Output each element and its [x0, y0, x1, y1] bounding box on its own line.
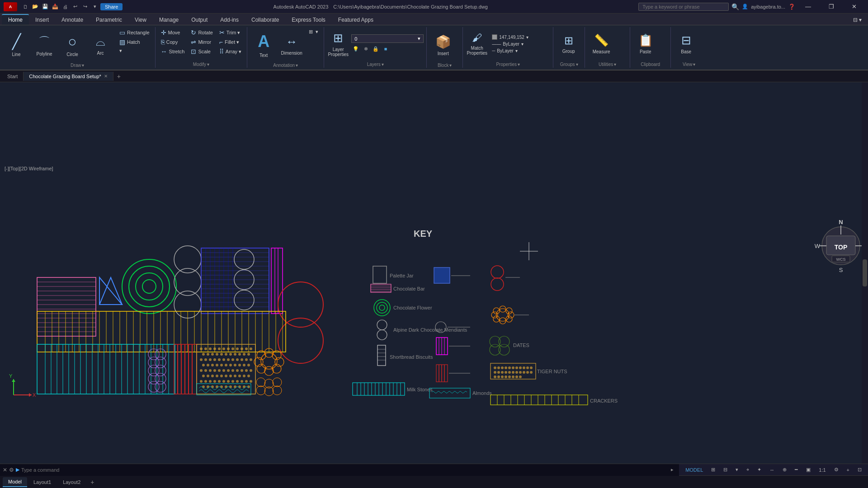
scale-btn[interactable]: 1:1 [815, 466, 829, 474]
base-tool[interactable]: ⊟ Base [674, 28, 698, 60]
tab-output[interactable]: Output [185, 15, 214, 25]
layer-freeze-icon[interactable]: ❄ [361, 44, 370, 53]
polar-btn[interactable]: ⌖ [743, 466, 753, 474]
restore-btn[interactable]: ❐ [821, 0, 841, 14]
layer-lock-icon[interactable]: 🔒 [371, 44, 380, 53]
osnap-btn[interactable]: ✦ [754, 466, 765, 474]
move-tool[interactable]: ✛Move [158, 28, 188, 37]
insert-tool[interactable]: 📦 Insert [429, 28, 457, 62]
otrack-btn[interactable]: ↔ [766, 466, 778, 474]
circle-tool[interactable]: ○ Circle [59, 28, 86, 62]
match-properties-tool[interactable]: 🖌 MatchProperties [466, 28, 488, 60]
measure-tool[interactable]: 📏 Measure [588, 28, 615, 60]
help-btn[interactable]: ❓ [788, 3, 795, 10]
hatch-tool[interactable]: ▨Hatch [117, 38, 152, 47]
undo-btn[interactable]: ↩ [71, 2, 80, 11]
lineweight-arrow[interactable]: ▾ [515, 48, 518, 53]
cmd-end-btn[interactable]: ▸ [668, 467, 676, 473]
properties-group-label[interactable]: Properties ▾ [496, 61, 520, 67]
linetype-arrow[interactable]: ▾ [521, 42, 524, 47]
share-button[interactable]: Share [100, 3, 123, 10]
ortho-btn[interactable]: ▾ [732, 466, 742, 474]
vertical-scrollbar[interactable] [862, 82, 868, 464]
open-file-btn[interactable]: 📂 [31, 2, 40, 11]
annotation-group-label[interactable]: Annotation ▾ [273, 62, 298, 68]
new-layout-btn[interactable]: + [87, 477, 98, 488]
more-draw-btn[interactable]: ▾ [117, 47, 152, 55]
fillet-tool[interactable]: ⌐Fillet ▾ [217, 38, 244, 47]
tab-workspace[interactable]: ⊟ ▾ [847, 15, 868, 25]
array-tool[interactable]: ⠿Array ▾ [217, 47, 244, 56]
tab-layout2[interactable]: Layout2 [57, 478, 86, 487]
modify-group-label[interactable]: Modify ▾ [193, 61, 209, 67]
layer-properties-tool[interactable]: ⊞ LayerProperties [327, 28, 349, 60]
layer-on-icon[interactable]: 💡 [351, 44, 360, 53]
text-tool[interactable]: A Text [250, 28, 277, 62]
tab-model[interactable]: Model [3, 477, 27, 487]
tab-insert[interactable]: Insert [29, 15, 55, 25]
tab-express[interactable]: Express Tools [285, 15, 331, 25]
annotation-more[interactable]: ⊞▾ [306, 28, 321, 36]
command-input[interactable] [21, 467, 666, 473]
paste-tool[interactable]: 📋 Paste [633, 28, 658, 60]
tab-manage[interactable]: Manage [153, 15, 185, 25]
print-btn[interactable]: 🖨 [61, 2, 70, 11]
polyline-tool[interactable]: ⌒ Polyline [31, 28, 58, 62]
fullscreen-btn[interactable]: ⊡ [854, 466, 865, 474]
save-as-btn[interactable]: 📥 [51, 2, 60, 11]
line-tool[interactable]: ╱ Line [3, 28, 30, 62]
settings-btn[interactable]: ⚙ [830, 466, 842, 474]
dimension-tool[interactable]: ↔ Dimension [278, 28, 305, 62]
save-btn[interactable]: 💾 [41, 2, 50, 11]
tab-annotate[interactable]: Annotate [55, 15, 90, 25]
tab-home[interactable]: Home [2, 14, 29, 25]
tab-start[interactable]: Start [2, 72, 24, 81]
search-input[interactable] [638, 3, 729, 11]
grid-btn[interactable]: ⊞ [708, 466, 719, 474]
scrollbar-thumb[interactable] [863, 259, 867, 286]
layers-group-label[interactable]: Layers ▾ [367, 61, 384, 67]
tab-featured[interactable]: Featured Apps [332, 15, 380, 25]
tab-collaborate[interactable]: Collaborate [245, 15, 285, 25]
view-group-label[interactable]: View ▾ [683, 61, 696, 67]
trim-tool[interactable]: ✂Trim ▾ [217, 28, 244, 37]
new-tab-btn[interactable]: + [113, 71, 124, 82]
mirror-tool[interactable]: ⇌Mirror [188, 38, 215, 47]
tab-parametric[interactable]: Parametric [90, 15, 128, 25]
model-btn[interactable]: MODEL [682, 466, 707, 474]
groups-group-label[interactable]: Groups ▾ [560, 61, 578, 67]
color-swatch[interactable] [492, 34, 497, 40]
draw-group-label[interactable]: Draw ▾ [71, 62, 84, 68]
clipboard-group-label[interactable]: Clipboard [641, 61, 660, 67]
scale-tool[interactable]: ⊡Scale [188, 47, 215, 56]
rotate-tool[interactable]: ↻Rotate [188, 28, 215, 37]
cad-drawing[interactable]: KEY Palette Jar Chocolate Bar Chocolate … [0, 82, 868, 464]
rectangle-tool[interactable]: ▭Rectangle [117, 28, 152, 37]
zoom-btn[interactable]: + [843, 466, 853, 474]
search-icon[interactable]: 🔍 [731, 3, 739, 10]
tab-close-btn[interactable]: ✕ [104, 74, 108, 79]
layer-dropdown[interactable]: 0 ▾ [351, 34, 424, 43]
snap-btn[interactable]: ⊟ [720, 466, 731, 474]
tab-addins[interactable]: Add-ins [214, 15, 245, 25]
tpoly-btn[interactable]: ▣ [802, 466, 814, 474]
dynin-btn[interactable]: ⊕ [779, 466, 790, 474]
arc-tool[interactable]: ⌓ Arc [87, 28, 114, 62]
minimize-btn[interactable]: — [798, 0, 818, 14]
tab-active-file[interactable]: Chocolate Grazing Board Setup* ✕ [24, 72, 113, 81]
close-btn[interactable]: ✕ [844, 0, 864, 14]
cmd-settings-btn[interactable]: ⚙ [9, 467, 14, 473]
utilities-group-label[interactable]: Utilities ▾ [599, 61, 616, 67]
new-file-btn[interactable]: 🗋 [21, 2, 30, 11]
qa-menu-btn[interactable]: ▾ [90, 2, 99, 11]
layer-color-icon[interactable]: ■ [381, 44, 390, 53]
block-group-label[interactable]: Block ▾ [438, 62, 452, 68]
color-arrow[interactable]: ▾ [526, 35, 528, 40]
lweight-btn[interactable]: ━ [791, 466, 802, 474]
tab-view[interactable]: View [128, 15, 153, 25]
stretch-tool[interactable]: ↔Stretch [158, 47, 188, 56]
tab-layout1[interactable]: Layout1 [28, 478, 57, 487]
cmd-cancel-btn[interactable]: ✕ [3, 467, 7, 473]
group-tool[interactable]: ⊞ Group [556, 28, 581, 60]
redo-btn[interactable]: ↪ [80, 2, 90, 11]
